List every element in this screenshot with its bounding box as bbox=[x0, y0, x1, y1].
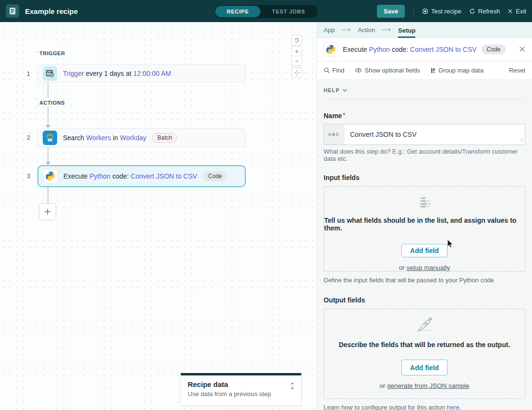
zoom-out-button[interactable]: − bbox=[292, 56, 302, 65]
search-icon bbox=[324, 67, 330, 73]
test-recipe-icon bbox=[422, 8, 428, 14]
add-output-field-button[interactable]: Add field bbox=[401, 360, 447, 375]
show-optional-fields-button[interactable]: Show optional fields bbox=[355, 67, 420, 74]
breadcrumb-app[interactable]: App bbox=[324, 22, 335, 38]
trigger-section-label: TRIGGER bbox=[39, 50, 65, 56]
input-fields-alt-option: or setup manually bbox=[399, 264, 450, 271]
workday-app-icon: w bbox=[43, 131, 57, 145]
input-fields-label: Input fields bbox=[324, 174, 525, 181]
undo-button[interactable] bbox=[291, 35, 302, 45]
expand-vertical-icon bbox=[290, 382, 295, 390]
output-fields-label: Output fields bbox=[324, 296, 525, 304]
setup-panel: App Action Setup Execute Python code: Co bbox=[317, 22, 532, 410]
add-step-button[interactable] bbox=[39, 203, 56, 220]
input-fields-empty-state: Tell us what fields should be in the lis… bbox=[324, 186, 525, 272]
resize-handle[interactable] bbox=[520, 135, 524, 144]
test-recipe-button[interactable]: Test recipe bbox=[422, 8, 461, 15]
expand-drawer-button[interactable] bbox=[290, 382, 295, 392]
recipe-data-title: Recipe data bbox=[188, 380, 294, 388]
fit-to-screen-button[interactable] bbox=[291, 67, 302, 78]
setup-toolbar: Find Show optional fields Group map data… bbox=[317, 61, 532, 80]
tab-recipe[interactable]: RECIPE bbox=[215, 6, 260, 17]
breadcrumb-arrow-icon bbox=[341, 28, 351, 32]
recipe-data-subtitle: Use data from a previous step bbox=[188, 390, 294, 398]
topbar-actions: Save | Test recipe Refresh bbox=[377, 5, 526, 18]
step-card-python-code[interactable]: Execute Python code: Convert JSON to CSV… bbox=[37, 165, 246, 187]
find-button[interactable]: Find bbox=[324, 67, 344, 74]
step-setup-title: Execute Python code: Convert JSON to CSV bbox=[343, 46, 477, 53]
docs-here-link[interactable]: here bbox=[447, 404, 459, 410]
step-title: Execute Python code: Convert JSON to CSV bbox=[63, 172, 197, 180]
reset-button[interactable]: Reset bbox=[509, 67, 525, 74]
recipe-editor-app: Example recipe RECIPE TEST JOBS Save | T… bbox=[0, 0, 532, 410]
output-fields-alt-option: or generate from JSON sample bbox=[380, 382, 470, 389]
input-fields-helper: Define the input fields that will be pas… bbox=[324, 277, 525, 284]
close-icon bbox=[519, 46, 525, 52]
exit-button[interactable]: Exit bbox=[508, 8, 526, 15]
step-title: Search Workers in Workday bbox=[63, 134, 146, 142]
batch-badge: Batch bbox=[152, 133, 178, 143]
name-input-value[interactable]: Convert JSON to CSV bbox=[344, 124, 525, 145]
close-panel-button[interactable] bbox=[519, 46, 525, 54]
breadcrumb-setup[interactable]: Setup bbox=[398, 22, 415, 38]
undo-icon bbox=[294, 37, 300, 43]
chevron-down-icon bbox=[342, 89, 347, 92]
connector-arrow-icon bbox=[46, 162, 50, 165]
actions-section-label: ACTIONS bbox=[39, 100, 65, 106]
python-app-icon bbox=[43, 169, 58, 183]
topbar-separator: | bbox=[412, 7, 414, 15]
breadcrumb: App Action Setup bbox=[317, 22, 532, 38]
refresh-icon bbox=[469, 8, 475, 14]
view-toggle: RECIPE TEST JOBS bbox=[214, 4, 318, 19]
eye-icon bbox=[355, 68, 362, 73]
code-badge: Code bbox=[203, 171, 228, 181]
name-field-label: Name* bbox=[324, 112, 525, 120]
connector-line bbox=[48, 107, 48, 125]
required-asterisk: * bbox=[343, 112, 345, 119]
group-columns-icon bbox=[431, 68, 436, 73]
help-toggle[interactable]: HELP bbox=[324, 87, 525, 93]
setup-form: HELP Name* ABC Convert JSON to CSV What … bbox=[317, 80, 532, 410]
input-fields-message: Tell us what fields should be in the lis… bbox=[324, 217, 525, 232]
breadcrumb-action[interactable]: Action bbox=[358, 22, 375, 38]
output-fields-message: Describe the fields that will be returne… bbox=[339, 341, 510, 349]
step-number-1: 1 bbox=[24, 70, 33, 77]
breadcrumb-arrow-icon bbox=[381, 28, 392, 32]
recipe-canvas[interactable]: TRIGGER 1 Trigger every 1 days at 12:00:… bbox=[0, 22, 317, 410]
step-number-2: 2 bbox=[24, 134, 33, 141]
recipe-data-drawer[interactable]: Recipe data Use data from a previous ste… bbox=[181, 373, 302, 406]
step-card-trigger[interactable]: Trigger every 1 days at 12:00:00 AM bbox=[37, 64, 246, 83]
output-fields-helper: Learn how to configure output for this a… bbox=[324, 404, 525, 410]
recipe-title: Example recipe bbox=[25, 7, 78, 15]
refresh-button[interactable]: Refresh bbox=[469, 8, 500, 15]
connector-line bbox=[48, 83, 48, 98]
step-number-3: 3 bbox=[24, 172, 33, 180]
divider bbox=[324, 99, 525, 99]
name-helper-text: What does this step do? E.g.: Get accoun… bbox=[324, 148, 525, 162]
generate-from-json-link[interactable]: generate from JSON sample bbox=[387, 382, 469, 389]
code-badge: Code bbox=[482, 45, 506, 54]
name-input[interactable]: ABC Convert JSON to CSV bbox=[324, 124, 525, 145]
plus-icon bbox=[44, 208, 51, 215]
close-icon bbox=[508, 9, 513, 14]
connector-arrow-icon bbox=[46, 125, 50, 128]
tab-test-jobs[interactable]: TEST JOBS bbox=[261, 6, 317, 17]
step-card-workday-search[interactable]: w Search Workers in Workday Batch bbox=[37, 128, 246, 147]
python-app-icon bbox=[324, 42, 338, 57]
pen-nib-icon bbox=[414, 315, 435, 335]
group-map-data-button[interactable]: Group map data bbox=[431, 67, 484, 74]
topbar: Example recipe RECIPE TEST JOBS Save | T… bbox=[0, 0, 532, 22]
setup-manually-link[interactable]: setup manually bbox=[406, 264, 450, 271]
fit-screen-icon bbox=[294, 70, 300, 76]
recipe-list-icon bbox=[9, 7, 16, 15]
text-type-indicator: ABC bbox=[324, 124, 344, 145]
app-logo[interactable] bbox=[6, 4, 19, 18]
zoom-controls: + − bbox=[291, 46, 302, 66]
add-input-field-button[interactable]: Add field bbox=[401, 244, 447, 257]
svg-text:w: w bbox=[47, 136, 53, 143]
output-fields-empty-state: Describe the fields that will be returne… bbox=[324, 309, 525, 399]
save-button[interactable]: Save bbox=[377, 5, 405, 18]
list-schema-icon bbox=[413, 197, 435, 209]
zoom-in-button[interactable]: + bbox=[292, 47, 302, 56]
step-title: Trigger every 1 days at 12:00:00 AM bbox=[63, 70, 171, 77]
